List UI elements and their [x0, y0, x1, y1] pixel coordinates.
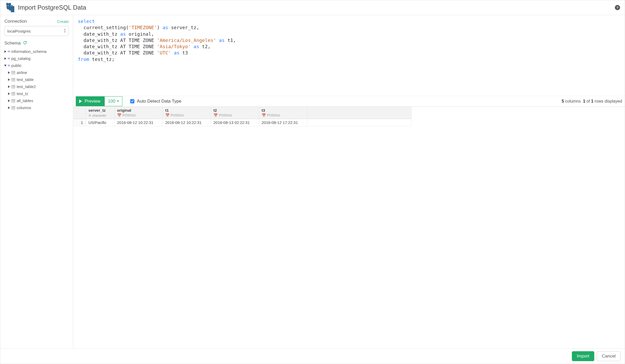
sidebar-schema-item[interactable]: ≡ public	[4, 62, 69, 69]
schema-name: pg_catalog	[11, 56, 30, 61]
preview-button[interactable]: Preview	[76, 96, 105, 106]
row-number: 1	[73, 119, 86, 126]
auto-detect-checkbox[interactable]: Auto Detect Data Type	[130, 99, 182, 104]
caret-icon	[8, 106, 10, 109]
table-icon	[11, 85, 15, 88]
cancel-button[interactable]: Cancel	[597, 351, 621, 361]
table-icon	[11, 92, 15, 95]
table-name: all_tables	[17, 98, 33, 103]
table-icon	[11, 106, 15, 109]
preview-toolbar: Preview 100 Auto Detect Data Type 5 colu…	[73, 96, 625, 107]
table-icon	[11, 71, 15, 74]
import-button[interactable]: Import	[572, 351, 594, 361]
checkbox-checked-icon	[130, 99, 134, 103]
text-type-icon: A	[89, 113, 91, 117]
row-count-status: 5 columns 1 of 1 rows displayed	[562, 99, 622, 104]
footer: Import Cancel	[0, 348, 625, 364]
schema-name: information_schema	[11, 49, 47, 54]
row-limit-dropdown[interactable]: 100	[105, 96, 122, 106]
table-name: columns	[17, 105, 31, 110]
play-icon	[79, 99, 82, 103]
refresh-icon[interactable]	[23, 41, 27, 46]
table-row[interactable]: 1US/Pacific2016-08-12 10:22:312016-08-12…	[73, 119, 411, 126]
datetime-type-icon: 📅	[117, 113, 121, 117]
caret-icon	[8, 78, 10, 81]
schema-label: Schema	[4, 41, 21, 46]
datetime-type-icon: 📅	[165, 113, 170, 117]
main-panel: select current_setting('TIMEZONE') as se…	[73, 15, 625, 348]
table-icon	[11, 99, 15, 102]
table-icon	[11, 78, 15, 81]
datetime-type-icon: 📅	[214, 113, 218, 117]
connection-select[interactable]: localPostgres	[4, 26, 69, 36]
schema-icon: ≡	[8, 49, 9, 53]
sidebar-table-item[interactable]: test_table	[8, 76, 69, 83]
results-grid: server_tz Acharacteroriginal 📅POSIXctt1 …	[73, 107, 625, 348]
rownum-header	[73, 107, 86, 119]
sidebar-table-item[interactable]: test_table2	[8, 83, 69, 90]
chevron-down-icon	[117, 101, 119, 102]
table-name: airline	[17, 70, 27, 75]
sidebar-schema-item[interactable]: ≡ pg_catalog	[4, 55, 69, 62]
column-header[interactable]: t2 📅POSIXct	[211, 107, 259, 119]
cell[interactable]: 2016-08-12 17:22:31	[259, 119, 307, 126]
caret-icon	[8, 99, 10, 102]
page-title: Import PostgreSQL Data	[18, 4, 611, 11]
datetime-type-icon: 📅	[262, 113, 266, 117]
schema-name: public	[11, 63, 22, 68]
caret-icon	[4, 57, 6, 60]
schema-icon: ≡	[8, 57, 9, 60]
sidebar-table-item[interactable]: test_tz	[8, 90, 69, 97]
postgresql-elephant-icon	[5, 3, 14, 12]
cell[interactable]: US/Pacific	[86, 119, 114, 126]
column-header[interactable]: t1 📅POSIXct	[162, 107, 211, 119]
table-name: test_table2	[17, 84, 36, 89]
caret-icon	[8, 92, 10, 95]
table-name: test_tz	[17, 91, 28, 96]
table-name: test_table	[17, 77, 34, 82]
schema-icon: ≡	[8, 64, 9, 67]
caret-icon	[4, 65, 7, 66]
cell[interactable]: 2016-08-12 10:22:31	[162, 119, 211, 126]
sidebar-schema-item[interactable]: ≡ information_schema	[4, 48, 69, 55]
connection-label: Connection	[4, 19, 27, 24]
sidebar: Connection Create localPostgres Schema ≡…	[0, 15, 73, 348]
create-connection-link[interactable]: Create	[57, 19, 69, 24]
sidebar-table-item[interactable]: columns	[8, 104, 69, 111]
titlebar: Import PostgreSQL Data ?	[0, 0, 625, 15]
sql-editor[interactable]: select current_setting('TIMEZONE') as se…	[73, 15, 625, 96]
help-icon[interactable]: ?	[615, 5, 620, 10]
sidebar-table-item[interactable]: airline	[8, 69, 69, 76]
caret-icon	[4, 50, 6, 53]
column-header[interactable]: t3 📅POSIXct	[259, 107, 307, 119]
column-header[interactable]: server_tz Acharacter	[86, 107, 114, 119]
column-header[interactable]: original 📅POSIXct	[114, 107, 162, 119]
cell[interactable]: 2016-08-12 10:22:31	[114, 119, 162, 126]
cell[interactable]: 2016-08-13 02:22:31	[211, 119, 259, 126]
sidebar-table-item[interactable]: all_tables	[8, 97, 69, 104]
caret-icon	[8, 71, 10, 74]
caret-icon	[8, 85, 10, 88]
